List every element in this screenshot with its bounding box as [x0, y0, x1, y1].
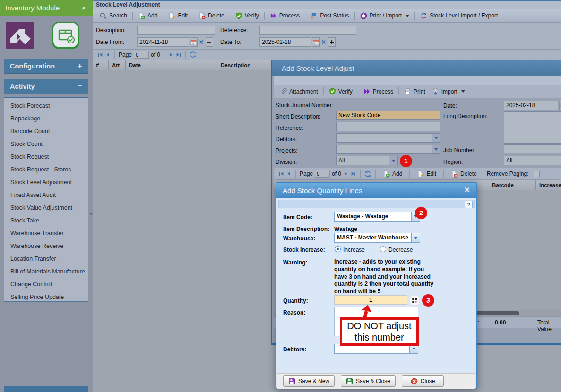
date-to-plus-button[interactable] [328, 37, 336, 47]
splitter-collapse-icon[interactable]: ◄ [89, 211, 93, 217]
section-label: Configuration [10, 62, 55, 70]
verify-button[interactable]: Verify [326, 86, 356, 97]
date-from-clear-button[interactable] [198, 37, 205, 47]
add-button[interactable]: Add [135, 10, 161, 21]
sidebar-item-selling-price-update[interactable]: Selling Price Update [10, 294, 86, 303]
next-page-icon[interactable] [343, 171, 349, 177]
date-to-clear-button[interactable] [320, 37, 327, 47]
modal-titlebar[interactable]: Add Stock Quantity Lines ✕ [276, 183, 476, 198]
sidebar-item-warehouse-receive[interactable]: Warehouse Receive [10, 243, 86, 252]
date-label: Date: [443, 102, 457, 109]
column-header-attachment[interactable]: Att [109, 60, 126, 70]
module-header[interactable]: Inventory Module ◄ [0, 0, 93, 16]
sidebar-item-fixed-asset-audit[interactable]: Fixed Asset Audit [10, 192, 86, 201]
prev-page-icon[interactable] [286, 171, 292, 177]
attachment-button[interactable]: Attachment [276, 86, 321, 97]
page-number-input[interactable] [315, 170, 330, 178]
remove-paging-checkbox[interactable] [534, 171, 540, 177]
date-to-input[interactable] [259, 37, 311, 47]
dropdown-button[interactable] [432, 134, 440, 142]
sidebar-item-stock-value-adjustment[interactable]: Stock Value Adjustment [10, 205, 86, 214]
print-import-button[interactable]: Print / Import [357, 10, 413, 21]
item-code-select[interactable]: Wastage - Wastage [334, 212, 420, 222]
increase-radio-label[interactable]: Increase [343, 247, 365, 253]
division-select[interactable]: All [336, 156, 398, 165]
collapse-icon[interactable]: − [78, 82, 82, 91]
line-edit-button[interactable]: Edit [414, 169, 440, 179]
description-filter-input[interactable] [137, 26, 215, 35]
modal-titlebar[interactable]: Add Stock Level Adjust [272, 60, 561, 76]
print-button[interactable]: Print [401, 86, 429, 97]
edit-button[interactable]: Edit [165, 10, 191, 21]
expand-icon[interactable]: + [78, 61, 82, 71]
close-button[interactable]: Close [402, 375, 444, 387]
sidebar-item-barcode-count[interactable]: Barcode Count [10, 128, 86, 137]
quantity-pad-button[interactable] [410, 296, 419, 305]
column-header-date[interactable]: Date [126, 60, 217, 70]
delete-button[interactable]: Delete [195, 10, 228, 21]
reference-filter-input[interactable] [259, 26, 356, 35]
line-add-button[interactable]: Add [380, 169, 406, 179]
line-delete-button[interactable]: Delete [448, 169, 480, 179]
first-page-icon[interactable] [278, 171, 284, 177]
last-page-icon[interactable] [351, 171, 356, 177]
save-and-close-button[interactable]: Save & Close [341, 375, 396, 387]
dropdown-button[interactable] [389, 156, 397, 165]
projects-select[interactable] [336, 145, 440, 154]
sidebar-collapse-icon[interactable]: ◄ [81, 5, 86, 10]
inventory-app-icon[interactable] [51, 21, 80, 50]
prev-page-icon[interactable] [105, 52, 111, 58]
job-number-input[interactable] [504, 144, 561, 153]
help-button[interactable]: ? [465, 201, 473, 208]
sidebar-item-location-transfer[interactable]: Location Transfer [10, 256, 86, 265]
debtors-select[interactable] [336, 133, 440, 143]
sidebar-item-stock-count[interactable]: Stock Count [10, 141, 86, 150]
sidebar-item-stock-level-adjustment[interactable]: Stock Level Adjustment [10, 179, 86, 188]
first-page-icon[interactable] [97, 52, 103, 58]
close-icon[interactable]: ✕ [464, 186, 470, 195]
column-header-number[interactable]: # [93, 60, 109, 70]
decrease-radio-label[interactable]: Decrease [388, 247, 413, 253]
refresh-icon[interactable] [364, 170, 371, 178]
date-from-input[interactable] [137, 37, 189, 47]
sidebar-item-stock-take[interactable]: Stock Take [10, 217, 86, 227]
stock-level-import-export-button[interactable]: Stock Level Import / Export [417, 10, 501, 21]
process-button[interactable]: Process [267, 10, 303, 21]
dropdown-button[interactable] [411, 233, 420, 242]
sidebar-section-activity[interactable]: Activity − [4, 79, 88, 94]
date-calendar-button[interactable] [559, 101, 561, 110]
sidebar-item-stock-forecast[interactable]: Stock Forecast [10, 102, 86, 112]
process-button[interactable]: Process [360, 86, 397, 97]
save-and-new-button[interactable]: Save & New [283, 375, 335, 387]
long-description-textarea[interactable] [504, 111, 561, 144]
next-page-icon[interactable] [168, 52, 174, 58]
column-header-increase-decrease[interactable]: Increase/Decrease [536, 180, 561, 190]
refresh-icon[interactable] [190, 51, 197, 58]
sidebar-item-warehouse-transfer[interactable]: Warehouse Transfer [10, 230, 86, 239]
date-from-calendar-button[interactable] [190, 37, 198, 47]
sidebar-item-bom-manufacture[interactable]: Bill of Materials Manufacture [10, 268, 86, 278]
import-button[interactable]: Import [429, 86, 468, 97]
date-input[interactable] [504, 101, 558, 110]
sidebar-item-stock-request[interactable]: Stock Request [10, 153, 86, 163]
dropdown-button[interactable] [432, 145, 440, 153]
warehouse-select[interactable]: MAST - Master Warehouse [334, 233, 420, 243]
sidebar-item-stock-request-stores[interactable]: Stock Request - Stores [10, 166, 86, 176]
region-input[interactable] [504, 156, 561, 165]
decrease-radio[interactable] [380, 246, 386, 252]
increase-radio[interactable] [335, 246, 341, 252]
last-page-icon[interactable] [176, 52, 181, 58]
short-description-input[interactable] [336, 111, 440, 120]
verify-button[interactable]: Verify [232, 10, 262, 21]
column-header-barcode[interactable]: Barcode [489, 180, 536, 190]
sidebar-section-configuration[interactable]: Configuration + [4, 59, 88, 74]
modal-title: Add Stock Level Adjust [282, 64, 354, 72]
page-number-input[interactable] [134, 51, 149, 59]
sidebar-item-change-control[interactable]: Change Control [10, 281, 86, 290]
date-to-calendar-button[interactable] [312, 37, 320, 47]
sidebar-item-repackage[interactable]: Repackage [10, 115, 86, 125]
date-from-minus-button[interactable] [206, 37, 213, 47]
post-status-button[interactable]: Post Status [307, 10, 352, 21]
search-button[interactable]: Search [96, 10, 130, 21]
reference-input[interactable] [336, 122, 440, 131]
